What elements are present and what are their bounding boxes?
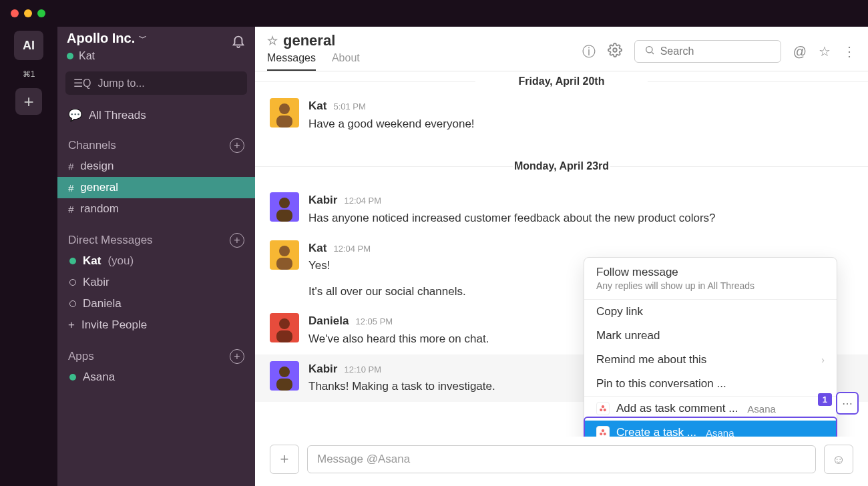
- invite-people-button[interactable]: + Invite People: [57, 314, 255, 336]
- composer-attach-button[interactable]: +: [270, 445, 299, 474]
- svg-point-3: [279, 103, 290, 114]
- message-user[interactable]: Daniela: [308, 313, 349, 330]
- jump-to-label: Jump to...: [97, 77, 144, 89]
- asana-icon: [596, 426, 610, 437]
- presence-offline-icon: [69, 300, 76, 307]
- workspace-menu-button[interactable]: Apollo Inc. ﹀: [67, 31, 147, 46]
- star-list-icon[interactable]: ☆: [819, 43, 831, 59]
- emoji-button[interactable]: ☺: [824, 445, 853, 474]
- avatar[interactable]: [270, 98, 299, 128]
- menu-item-mark-unread[interactable]: Mark unread: [584, 324, 837, 348]
- tab-messages[interactable]: Messages: [267, 52, 316, 71]
- search-field[interactable]: [660, 45, 794, 57]
- composer-input[interactable]: Message @Asana: [307, 445, 816, 473]
- hash-icon: #: [68, 204, 73, 215]
- avatar[interactable]: [270, 361, 299, 391]
- message-row: Kat5:01 PM Have a good weekend everyone!: [255, 91, 868, 139]
- composer: + Message @Asana ☺: [255, 437, 868, 486]
- add-app-button[interactable]: +: [230, 349, 244, 364]
- search-list-icon: ☰Q: [73, 77, 91, 89]
- minimize-window-button[interactable]: [24, 9, 32, 17]
- menu-item-add-task-comment[interactable]: Add as task comment ... Asana: [584, 397, 837, 421]
- avatar[interactable]: [270, 192, 299, 222]
- svg-rect-12: [276, 379, 292, 391]
- svg-point-15: [604, 409, 606, 411]
- avatar[interactable]: [270, 240, 299, 270]
- chevron-down-icon: ﹀: [139, 33, 147, 44]
- add-dm-button[interactable]: +: [230, 233, 244, 248]
- svg-point-18: [604, 433, 606, 435]
- plus-icon: +: [68, 318, 75, 332]
- annotation-badge-1: 1: [818, 393, 832, 406]
- dm-item-daniela[interactable]: Daniela: [57, 293, 255, 314]
- apps-heading: Apps: [68, 350, 94, 363]
- dm-item-kabir[interactable]: Kabir: [57, 272, 255, 293]
- dms-heading: Direct Messages: [68, 234, 153, 247]
- current-user-name: Kat: [79, 50, 95, 62]
- svg-rect-8: [276, 258, 292, 270]
- svg-point-13: [602, 405, 604, 408]
- tab-about[interactable]: About: [332, 52, 360, 71]
- hash-icon: #: [68, 161, 73, 172]
- message-more-actions-button[interactable]: ⋯: [836, 392, 859, 415]
- svg-point-7: [279, 246, 290, 256]
- channel-item-general[interactable]: #general: [57, 177, 255, 198]
- composer-placeholder: Message @Asana: [317, 453, 410, 466]
- message-scroll[interactable]: Friday, April 20th Kat5:01 PM Have a goo…: [255, 71, 868, 437]
- all-threads-link[interactable]: 💬 All Threads: [57, 104, 255, 134]
- message-user[interactable]: Kabir: [308, 192, 337, 209]
- main-pane: ☆ general Messages About ⓘ: [255, 27, 868, 486]
- message-user[interactable]: Kat: [308, 240, 327, 257]
- add-workspace-button[interactable]: +: [15, 88, 42, 115]
- message-time: 12:04 PM: [344, 195, 381, 208]
- menu-item-copy-link[interactable]: Copy link: [584, 300, 837, 324]
- date-separator: Friday, April 20th: [255, 71, 868, 91]
- svg-rect-4: [276, 115, 292, 128]
- message-time: 12:05 PM: [355, 316, 393, 328]
- dm-list: Kat (you) Kabir Daniela + Invite People: [57, 250, 255, 336]
- info-icon[interactable]: ⓘ: [582, 43, 596, 61]
- svg-point-16: [602, 429, 604, 432]
- menu-item-follow[interactable]: Follow message Any replies will show up …: [584, 258, 837, 299]
- mentions-icon[interactable]: @: [793, 44, 807, 59]
- svg-line-2: [652, 52, 654, 54]
- search-input[interactable]: [634, 40, 781, 63]
- channel-item-random[interactable]: #random: [57, 198, 255, 220]
- message-text: Have a good weekend everyone!: [308, 116, 475, 133]
- presence-offline-icon: [69, 279, 76, 286]
- window-titlebar: [0, 0, 868, 27]
- svg-point-1: [646, 47, 652, 53]
- svg-point-9: [279, 318, 290, 329]
- add-channel-button[interactable]: +: [230, 138, 244, 153]
- app-list: Asana: [57, 367, 255, 388]
- gear-icon[interactable]: [608, 43, 622, 61]
- channel-header: ☆ general Messages About ⓘ: [255, 27, 868, 71]
- menu-item-pin[interactable]: Pin to this conversation ...: [584, 372, 837, 396]
- jump-to-input[interactable]: ☰Q Jump to...: [65, 71, 247, 95]
- svg-point-11: [279, 367, 290, 377]
- more-vert-icon[interactable]: ⋮: [843, 43, 856, 59]
- menu-item-remind[interactable]: Remind me about this›: [584, 348, 837, 372]
- svg-point-5: [279, 198, 290, 208]
- maximize-window-button[interactable]: [37, 9, 45, 17]
- workspace-switch-button[interactable]: AI: [14, 31, 43, 60]
- app-item-asana[interactable]: Asana: [57, 367, 255, 388]
- threads-icon: 💬: [68, 108, 82, 122]
- channel-item-design[interactable]: #design: [57, 156, 255, 177]
- notifications-button[interactable]: [231, 33, 246, 51]
- message-text: It's all over our social channels.: [308, 284, 466, 300]
- channels-heading: Channels: [68, 139, 116, 152]
- search-icon: [644, 45, 655, 58]
- channel-list: #design #general #random: [57, 156, 255, 220]
- star-icon[interactable]: ☆: [267, 33, 278, 48]
- close-window-button[interactable]: [11, 9, 19, 17]
- message-text: We've also heard this more on chat.: [308, 331, 489, 348]
- message-user[interactable]: Kabir: [308, 361, 337, 378]
- message-user[interactable]: Kat: [308, 98, 327, 115]
- message-row: Kabir12:04 PM Has anyone noticed increas…: [255, 186, 868, 233]
- dm-item-kat[interactable]: Kat (you): [57, 250, 255, 272]
- avatar[interactable]: [270, 313, 299, 342]
- channel-title: general: [283, 32, 335, 49]
- message-text: Has anyone noticed increased customer fe…: [308, 210, 716, 227]
- menu-item-create-task[interactable]: Create a task ... Asana: [584, 421, 837, 437]
